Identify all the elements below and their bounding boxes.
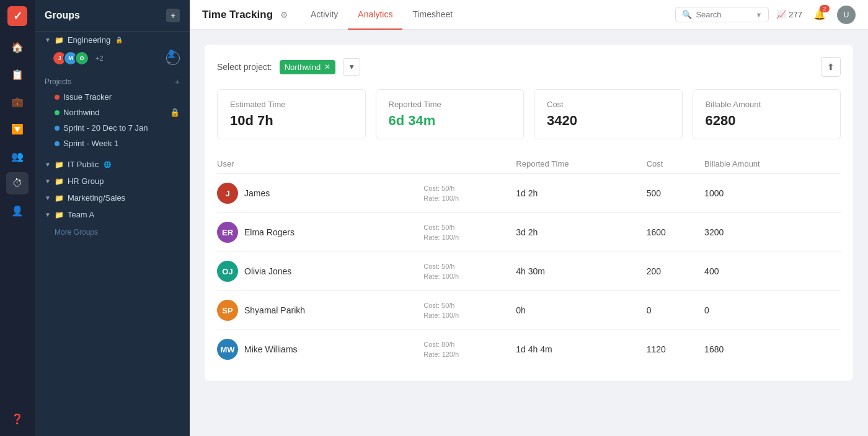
user-name: Olivia Jones bbox=[244, 266, 291, 276]
project-label: Sprint - 20 Dec to 7 Jan bbox=[63, 123, 148, 133]
cost-cell: 200 bbox=[647, 252, 704, 291]
invite-button[interactable]: 👤+ bbox=[166, 51, 180, 65]
sidebar-item-issue-tracker[interactable]: Issue Tracker bbox=[35, 89, 190, 105]
notification-button[interactable]: 🔔 2 bbox=[810, 5, 830, 25]
group-label: IT Public bbox=[68, 160, 99, 169]
close-project-tag-button[interactable]: ✕ bbox=[324, 63, 330, 71]
analytics-panel: Select project: Northwind ✕ ▼ ⬆ Estimate… bbox=[205, 45, 853, 381]
billable-cell: 0 bbox=[704, 291, 841, 330]
group-label: Marketing/Sales bbox=[68, 193, 125, 203]
search-box[interactable]: 🔍 ▼ bbox=[675, 7, 769, 22]
col-cost: Cost bbox=[647, 154, 704, 174]
reported-time-cell: 0h bbox=[516, 291, 646, 330]
add-group-button[interactable]: + bbox=[166, 9, 180, 22]
add-project-button[interactable]: + bbox=[175, 77, 180, 87]
nav-time-icon[interactable]: ⏱ bbox=[6, 172, 29, 194]
nav-home-icon[interactable]: 🏠 bbox=[6, 36, 29, 58]
app-logo[interactable]: ✓ bbox=[7, 6, 27, 26]
data-table: User Reported Time Cost Billable Amount … bbox=[217, 154, 841, 368]
search-icon: 🔍 bbox=[682, 10, 692, 19]
chevron-icon: ▼ bbox=[45, 178, 51, 185]
dot-icon bbox=[55, 110, 60, 115]
reported-time-value: 4h 30m bbox=[516, 266, 545, 276]
sidebar-item-sprint-week1[interactable]: Sprint - Week 1 bbox=[35, 136, 190, 151]
folder-icon: 📁 bbox=[55, 211, 64, 219]
stat-card-reported: Reported Time 6d 34m bbox=[376, 89, 525, 139]
engineering-label: Engineering bbox=[68, 35, 110, 45]
project-label: Northwind bbox=[63, 108, 100, 117]
icon-bar: ✓ 🏠 📋 💼 🔽 👥 ⏱ 👤 ❓ bbox=[0, 0, 35, 436]
billable-cell: 1000 bbox=[704, 174, 841, 213]
group-label: HR Group bbox=[68, 177, 104, 186]
sidebar-item-engineering[interactable]: ▼ 📁 Engineering 🔒 bbox=[35, 32, 190, 48]
col-rates bbox=[423, 154, 516, 174]
table-row: SP Shyamal Parikh Cost: 50/hRate: 100/h … bbox=[217, 291, 841, 330]
export-button[interactable]: ⬆ bbox=[821, 57, 841, 77]
billable-cell: 400 bbox=[704, 252, 841, 291]
project-dropdown-button[interactable]: ▼ bbox=[343, 58, 360, 76]
projects-label: Projects bbox=[45, 77, 71, 86]
sidebar-item-hr-group[interactable]: ▼ 📁 HR Group bbox=[35, 173, 190, 190]
dot-icon bbox=[55, 95, 60, 100]
stat-value: 10d 7h bbox=[230, 113, 353, 129]
user-name: Elma Rogers bbox=[244, 227, 294, 237]
user-avatar[interactable]: U bbox=[837, 6, 856, 24]
nav-help-icon[interactable]: ❓ bbox=[6, 408, 29, 430]
stat-card-cost: Cost 3420 bbox=[534, 89, 683, 139]
tab-timesheet[interactable]: Timesheet bbox=[402, 0, 463, 30]
user-name-cell: OJ Olivia Jones bbox=[217, 252, 423, 291]
project-label: Issue Tracker bbox=[63, 92, 112, 102]
stat-card-estimated: Estimated Time 10d 7h bbox=[217, 89, 366, 139]
folder-icon: 📁 bbox=[55, 160, 64, 169]
sidebar-title: Groups bbox=[45, 10, 80, 21]
cost-value: 500 bbox=[647, 188, 661, 198]
nav-contacts-icon[interactable]: 👥 bbox=[6, 145, 29, 167]
chevron-icon: ▼ bbox=[45, 211, 51, 218]
project-select-left: Select project: Northwind ✕ ▼ bbox=[217, 58, 360, 76]
sidebar-item-marketing[interactable]: ▼ 📁 Marketing/Sales bbox=[35, 190, 190, 206]
user-name: Shyamal Parikh bbox=[244, 305, 305, 315]
user-name: Mike Williams bbox=[244, 344, 298, 354]
group-label: Team A bbox=[68, 210, 94, 219]
reported-time-value: 1d 4h 4m bbox=[516, 344, 552, 354]
sidebar-item-it-public[interactable]: ▼ 📁 IT Public 🌐 bbox=[35, 156, 190, 173]
select-project-label: Select project: bbox=[217, 62, 272, 72]
project-select-bar: Select project: Northwind ✕ ▼ ⬆ bbox=[217, 57, 841, 77]
lock-icon: 🔒 bbox=[115, 37, 123, 43]
stat-value: 6d 34m bbox=[389, 113, 512, 129]
more-groups-link[interactable]: More Groups bbox=[35, 223, 190, 242]
cost-cell: 0 bbox=[647, 291, 704, 330]
cost-value: 1120 bbox=[647, 344, 666, 354]
project-tag-label: Northwind bbox=[285, 63, 321, 72]
avatar-stack: J M O bbox=[52, 51, 89, 66]
nav-people-icon[interactable]: 👤 bbox=[6, 199, 29, 222]
user-rates-cell: Cost: 50/hRate: 100/h bbox=[423, 291, 516, 330]
tab-activity[interactable]: Activity bbox=[301, 0, 348, 30]
search-input[interactable] bbox=[696, 10, 751, 19]
cost-cell: 1120 bbox=[647, 330, 704, 369]
cost-value: 0 bbox=[647, 305, 652, 315]
stats-value: 277 bbox=[789, 10, 802, 19]
dot-icon bbox=[55, 141, 60, 146]
nav-filter-icon[interactable]: 🔽 bbox=[6, 118, 29, 140]
main-area: Time Tracking ⚙ Activity Analytics Times… bbox=[190, 0, 868, 436]
nav-list-icon[interactable]: 📋 bbox=[6, 63, 29, 85]
user-rates: Cost: 80/hRate: 120/h bbox=[423, 339, 508, 360]
user-name-cell: ER Elma Rogers bbox=[217, 213, 423, 252]
cost-value: 1600 bbox=[647, 227, 666, 237]
col-user: User bbox=[217, 154, 423, 174]
chevron-down-icon: ▼ bbox=[45, 37, 51, 43]
nav-briefcase-icon[interactable]: 💼 bbox=[6, 90, 29, 113]
tab-analytics[interactable]: Analytics bbox=[348, 0, 402, 30]
stat-card-billable: Billable Amount 6280 bbox=[693, 89, 841, 139]
settings-icon[interactable]: ⚙ bbox=[280, 10, 288, 20]
sidebar-item-sprint-20[interactable]: Sprint - 20 Dec to 7 Jan bbox=[35, 120, 190, 136]
reported-time-value: 3d 2h bbox=[516, 227, 538, 237]
reported-time-cell: 3d 2h bbox=[516, 213, 646, 252]
reported-time-value: 1d 2h bbox=[516, 188, 538, 198]
sidebar-item-team-a[interactable]: ▼ 📁 Team A bbox=[35, 206, 190, 223]
chevron-icon: ▼ bbox=[45, 194, 51, 201]
sidebar-item-northwind[interactable]: Northwind 🔒 bbox=[35, 105, 190, 120]
avatar-count: +2 bbox=[95, 54, 104, 62]
notification-badge: 2 bbox=[820, 5, 830, 12]
